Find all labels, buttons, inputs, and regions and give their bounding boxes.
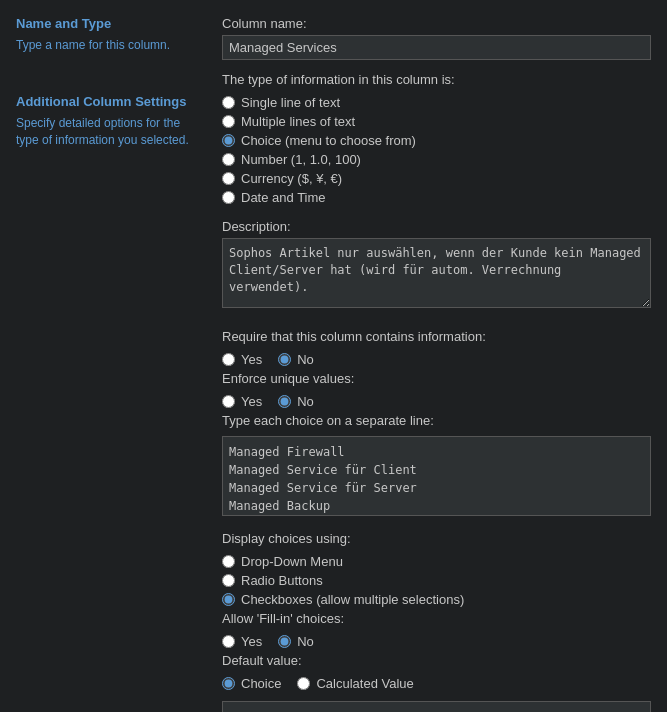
type-multiple-label: Multiple lines of text [241,114,355,129]
description-textarea[interactable]: Sophos Artikel nur auswählen, wenn der K… [222,238,651,308]
enforce-no-radio[interactable] [278,395,291,408]
type-number-radio[interactable] [222,153,235,166]
fillin-radio-group: Yes No [222,634,651,649]
fillin-label: Allow 'Fill-in' choices: [222,611,651,626]
type-multiple-radio[interactable] [222,115,235,128]
additional-settings-heading: Additional Column Settings [16,94,206,109]
type-choice-label: Choice (menu to choose from) [241,133,416,148]
fillin-no-label: No [297,634,314,649]
enforce-label: Enforce unique values: [222,371,651,386]
default-radio-group: Choice Calculated Value [222,676,651,691]
display-radio-buttons-label: Radio Buttons [241,573,323,588]
require-no-label: No [297,352,314,367]
choices-label: Type each choice on a separate line: [222,413,651,428]
display-dropdown-label: Drop-Down Menu [241,554,343,569]
type-datetime-label: Date and Time [241,190,326,205]
require-no-radio[interactable] [278,353,291,366]
name-and-type-heading: Name and Type [16,16,206,31]
default-choice-label: Choice [241,676,281,691]
type-choice-radio[interactable] [222,134,235,147]
name-and-type-desc: Type a name for this column. [16,37,206,54]
type-currency-radio[interactable] [222,172,235,185]
fillin-no-radio[interactable] [278,635,291,648]
description-label: Description: [222,219,651,234]
fillin-yes-radio[interactable] [222,635,235,648]
column-name-input[interactable] [222,35,651,60]
type-section-label: The type of information in this column i… [222,72,651,87]
additional-settings-desc: Specify detailed options for the type of… [16,115,206,149]
enforce-no-label: No [297,394,314,409]
require-label: Require that this column contains inform… [222,329,651,344]
fillin-yes-label: Yes [241,634,262,649]
require-yes-radio[interactable] [222,353,235,366]
choices-textarea[interactable]: Managed Firewall Managed Service für Cli… [222,436,651,516]
enforce-yes-radio[interactable] [222,395,235,408]
display-radio-buttons-radio[interactable] [222,574,235,587]
display-radio-group: Drop-Down Menu Radio Buttons Checkboxes … [222,554,651,607]
enforce-yes-label: Yes [241,394,262,409]
type-datetime-radio[interactable] [222,191,235,204]
default-choice-radio[interactable] [222,677,235,690]
default-label: Default value: [222,653,651,668]
type-single-label: Single line of text [241,95,340,110]
require-yes-label: Yes [241,352,262,367]
type-number-label: Number (1, 1.0, 100) [241,152,361,167]
default-value-input[interactable] [222,701,651,712]
enforce-radio-group: Yes No [222,394,651,409]
display-dropdown-radio[interactable] [222,555,235,568]
type-single-radio[interactable] [222,96,235,109]
type-radio-group: Single line of text Multiple lines of te… [222,95,651,205]
default-calculated-label: Calculated Value [316,676,413,691]
type-currency-label: Currency ($, ¥, €) [241,171,342,186]
require-radio-group: Yes No [222,352,651,367]
default-calculated-radio[interactable] [297,677,310,690]
display-label: Display choices using: [222,531,651,546]
display-checkboxes-label: Checkboxes (allow multiple selections) [241,592,464,607]
display-checkboxes-radio[interactable] [222,593,235,606]
column-name-label: Column name: [222,16,651,31]
